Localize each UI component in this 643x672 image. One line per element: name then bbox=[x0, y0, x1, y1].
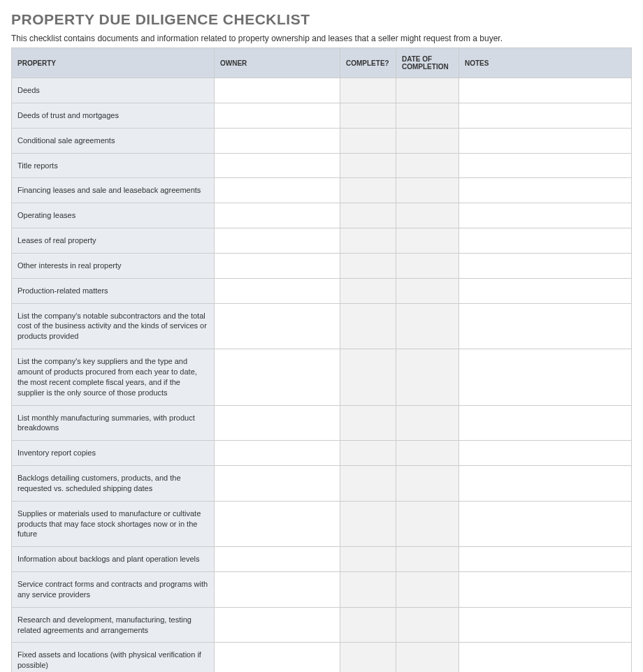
header-date: DATE OF COMPLETION bbox=[396, 48, 459, 78]
date-cell[interactable] bbox=[396, 349, 459, 405]
notes-cell[interactable] bbox=[459, 253, 632, 278]
date-cell[interactable] bbox=[396, 303, 459, 349]
notes-cell[interactable] bbox=[459, 303, 632, 349]
table-row: Other interests in real property bbox=[12, 253, 632, 278]
property-cell: Deeds bbox=[12, 78, 215, 103]
complete-cell[interactable] bbox=[340, 572, 396, 608]
date-cell[interactable] bbox=[396, 178, 459, 203]
date-cell[interactable] bbox=[396, 228, 459, 254]
complete-cell[interactable] bbox=[340, 178, 396, 203]
notes-cell[interactable] bbox=[459, 643, 632, 672]
notes-cell[interactable] bbox=[459, 405, 632, 441]
date-cell[interactable] bbox=[396, 153, 459, 178]
page-description: This checklist contains documents and in… bbox=[11, 34, 632, 43]
property-cell: List the company's key suppliers and the… bbox=[12, 349, 215, 405]
date-cell[interactable] bbox=[396, 607, 459, 643]
notes-cell[interactable] bbox=[459, 103, 632, 128]
notes-cell[interactable] bbox=[459, 466, 632, 502]
notes-cell[interactable] bbox=[459, 501, 632, 547]
owner-cell[interactable] bbox=[215, 128, 340, 153]
property-cell: Research and development, manufacturing,… bbox=[12, 607, 215, 643]
owner-cell[interactable] bbox=[215, 303, 340, 349]
notes-cell[interactable] bbox=[459, 607, 632, 643]
notes-cell[interactable] bbox=[459, 78, 632, 103]
date-cell[interactable] bbox=[396, 203, 459, 228]
complete-cell[interactable] bbox=[340, 153, 396, 178]
table-row: Backlogs detailing customers, products, … bbox=[12, 466, 632, 502]
table-row: Deeds of trust and mortgages bbox=[12, 103, 632, 128]
owner-cell[interactable] bbox=[215, 178, 340, 203]
complete-cell[interactable] bbox=[340, 78, 396, 103]
date-cell[interactable] bbox=[396, 501, 459, 547]
complete-cell[interactable] bbox=[340, 203, 396, 228]
date-cell[interactable] bbox=[396, 547, 459, 572]
owner-cell[interactable] bbox=[215, 78, 340, 103]
table-row: Financing leases and sale and leaseback … bbox=[12, 178, 632, 203]
property-cell: Conditional sale agreements bbox=[12, 128, 215, 153]
notes-cell[interactable] bbox=[459, 153, 632, 178]
complete-cell[interactable] bbox=[340, 466, 396, 502]
owner-cell[interactable] bbox=[215, 547, 340, 572]
owner-cell[interactable] bbox=[215, 153, 340, 178]
date-cell[interactable] bbox=[396, 441, 459, 466]
notes-cell[interactable] bbox=[459, 128, 632, 153]
notes-cell[interactable] bbox=[459, 441, 632, 466]
date-cell[interactable] bbox=[396, 466, 459, 502]
property-cell: Operating leases bbox=[12, 203, 215, 228]
owner-cell[interactable] bbox=[215, 607, 340, 643]
notes-cell[interactable] bbox=[459, 203, 632, 228]
owner-cell[interactable] bbox=[215, 643, 340, 672]
owner-cell[interactable] bbox=[215, 349, 340, 405]
owner-cell[interactable] bbox=[215, 103, 340, 128]
header-owner: OWNER bbox=[215, 48, 340, 78]
table-row: List the company's notable subcontractor… bbox=[12, 303, 632, 349]
table-row: Deeds bbox=[12, 78, 632, 103]
complete-cell[interactable] bbox=[340, 607, 396, 643]
owner-cell[interactable] bbox=[215, 572, 340, 608]
owner-cell[interactable] bbox=[215, 278, 340, 303]
table-row: Production-related matters bbox=[12, 278, 632, 303]
complete-cell[interactable] bbox=[340, 349, 396, 405]
notes-cell[interactable] bbox=[459, 178, 632, 203]
property-cell: Deeds of trust and mortgages bbox=[12, 103, 215, 128]
complete-cell[interactable] bbox=[340, 441, 396, 466]
complete-cell[interactable] bbox=[340, 303, 396, 349]
table-row: Information about backlogs and plant ope… bbox=[12, 547, 632, 572]
date-cell[interactable] bbox=[396, 405, 459, 441]
owner-cell[interactable] bbox=[215, 228, 340, 254]
complete-cell[interactable] bbox=[340, 547, 396, 572]
date-cell[interactable] bbox=[396, 253, 459, 278]
property-cell: Information about backlogs and plant ope… bbox=[12, 547, 215, 572]
property-cell: List monthly manufacturing summaries, wi… bbox=[12, 405, 215, 441]
date-cell[interactable] bbox=[396, 643, 459, 672]
owner-cell[interactable] bbox=[215, 466, 340, 502]
complete-cell[interactable] bbox=[340, 278, 396, 303]
complete-cell[interactable] bbox=[340, 253, 396, 278]
notes-cell[interactable] bbox=[459, 572, 632, 608]
complete-cell[interactable] bbox=[340, 643, 396, 672]
complete-cell[interactable] bbox=[340, 103, 396, 128]
notes-cell[interactable] bbox=[459, 349, 632, 405]
owner-cell[interactable] bbox=[215, 405, 340, 441]
owner-cell[interactable] bbox=[215, 501, 340, 547]
date-cell[interactable] bbox=[396, 103, 459, 128]
date-cell[interactable] bbox=[396, 78, 459, 103]
complete-cell[interactable] bbox=[340, 228, 396, 254]
complete-cell[interactable] bbox=[340, 405, 396, 441]
notes-cell[interactable] bbox=[459, 228, 632, 254]
date-cell[interactable] bbox=[396, 572, 459, 608]
notes-cell[interactable] bbox=[459, 278, 632, 303]
table-row: List the company's key suppliers and the… bbox=[12, 349, 632, 405]
owner-cell[interactable] bbox=[215, 253, 340, 278]
owner-cell[interactable] bbox=[215, 441, 340, 466]
property-cell: Other interests in real property bbox=[12, 253, 215, 278]
date-cell[interactable] bbox=[396, 278, 459, 303]
complete-cell[interactable] bbox=[340, 501, 396, 547]
complete-cell[interactable] bbox=[340, 128, 396, 153]
date-cell[interactable] bbox=[396, 128, 459, 153]
header-notes: NOTES bbox=[459, 48, 632, 78]
table-row: Conditional sale agreements bbox=[12, 128, 632, 153]
owner-cell[interactable] bbox=[215, 203, 340, 228]
notes-cell[interactable] bbox=[459, 547, 632, 572]
table-row: List monthly manufacturing summaries, wi… bbox=[12, 405, 632, 441]
